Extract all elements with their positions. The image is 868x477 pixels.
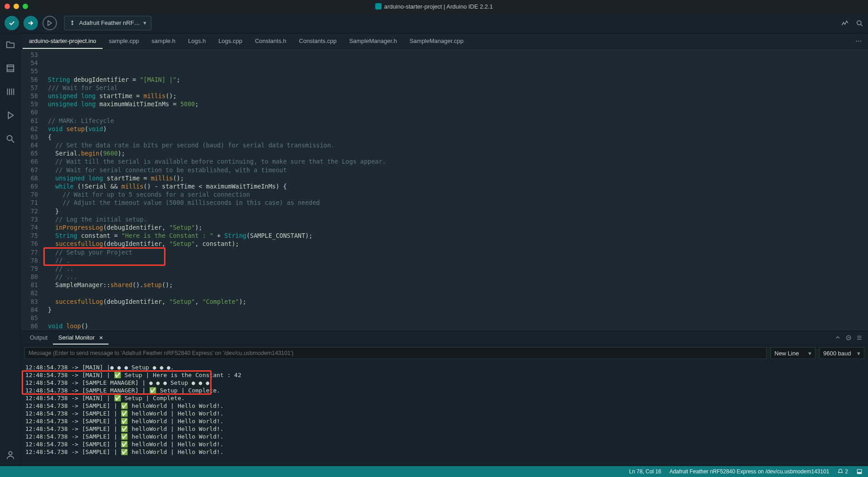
code-line[interactable]: [42, 108, 868, 116]
code-line[interactable]: // Set the data rate in bits per second …: [42, 141, 868, 149]
code-line[interactable]: void setup(void): [42, 125, 868, 133]
code-line[interactable]: [42, 289, 868, 297]
panel-clear-icon[interactable]: [845, 335, 852, 341]
code-line[interactable]: /// Wait for Serial: [42, 84, 868, 92]
line-ending-label: New Line: [774, 350, 799, 357]
log-line: 12:48:54.738 -> [SAMPLE] | ✅ helloWorld …: [25, 433, 863, 440]
workspace: arduino-starter-project.ino sample.cpp s…: [21, 33, 868, 466]
code-line[interactable]: }: [42, 306, 868, 314]
chevron-down-icon: ▾: [857, 350, 860, 357]
code-line[interactable]: unsigned long maximumWaitTimeInMs = 5000…: [42, 100, 868, 108]
library-manager-icon[interactable]: [5, 86, 16, 98]
svg-point-2: [7, 136, 12, 141]
panel-tab-serial-monitor[interactable]: Serial Monitor ✕: [53, 331, 108, 345]
chevron-down-icon: ▾: [143, 19, 146, 26]
verify-button[interactable]: [5, 16, 19, 30]
titlebar: arduino-starter-project | Arduino IDE 2.…: [0, 0, 868, 13]
code-line[interactable]: // Wait till the serial is available bef…: [42, 157, 868, 165]
code-line[interactable]: // Wait for up to 5 seconds for a serial…: [42, 190, 868, 198]
panel-tabs: Output Serial Monitor ✕: [21, 331, 868, 345]
panel-tab-output[interactable]: Output: [24, 331, 53, 345]
code-line[interactable]: Serial.begin(9600);: [42, 149, 868, 157]
panel-tab-serial-label: Serial Monitor: [58, 334, 94, 341]
code-line[interactable]: // Wait for serial connection to be esta…: [42, 166, 868, 174]
status-board: Adafruit Feather nRF52840 Express on /de…: [670, 468, 830, 475]
cursor-position: Ln 78, Col 16: [629, 468, 661, 475]
code-line[interactable]: {: [42, 330, 868, 331]
boards-manager-icon[interactable]: [5, 62, 16, 74]
status-bar: Ln 78, Col 16 Adafruit Feather nRF52840 …: [0, 466, 868, 477]
tab-samplemanager-cpp[interactable]: SampleManager.cpp: [403, 33, 470, 49]
code-line[interactable]: unsigned long startTime = millis();: [42, 174, 868, 182]
line-ending-select[interactable]: New Line ▾: [770, 347, 816, 359]
baud-rate-select[interactable]: 9600 baud ▾: [819, 347, 864, 359]
code-line[interactable]: // ...: [42, 273, 868, 281]
code-line[interactable]: // .: [42, 256, 868, 264]
code-line[interactable]: {: [42, 133, 868, 141]
board-selector[interactable]: Adafruit Feather nRF… ▾: [64, 16, 151, 30]
svg-point-0: [857, 20, 861, 24]
tab-logs-cpp[interactable]: Logs.cpp: [212, 33, 249, 49]
window-title-text: arduino-starter-project | Arduino IDE 2.…: [384, 3, 493, 10]
editor-tabs: arduino-starter-project.ino sample.cpp s…: [21, 33, 868, 49]
log-line: 12:48:54.738 -> [MAIN] | ✅ Setup | Here …: [25, 371, 863, 379]
close-panel-icon[interactable]: [856, 468, 863, 475]
toolbar-right: [841, 19, 863, 27]
tab-constants-cpp[interactable]: Constants.cpp: [292, 33, 343, 49]
code-line[interactable]: // Setup your Project: [42, 248, 868, 256]
log-line: 12:48:54.738 -> [SAMPLE MANAGER] | ✅ Set…: [25, 387, 863, 394]
tab-logs-h[interactable]: Logs.h: [182, 33, 212, 49]
tab-sample-cpp[interactable]: sample.cpp: [103, 33, 145, 49]
code-line[interactable]: succesfullLog(debugIdentifier, "Setup", …: [42, 298, 868, 306]
serial-plotter-icon[interactable]: [841, 19, 849, 27]
code-content[interactable]: String debugIdentifier = "[MAIN] |";/// …: [42, 49, 868, 331]
code-line[interactable]: inProgressLog(debugIdentifier, "Setup");: [42, 223, 868, 231]
code-line[interactable]: unsigned long startTime = millis();: [42, 92, 868, 100]
tab-sample-h[interactable]: sample.h: [145, 33, 182, 49]
serial-monitor-icon[interactable]: [855, 19, 863, 27]
chevron-down-icon: ▾: [808, 350, 811, 357]
tabs-overflow-icon[interactable]: ⋯: [849, 38, 868, 44]
log-line: 12:48:54.738 -> [SAMPLE] | ✅ helloWorld …: [25, 448, 863, 456]
code-line[interactable]: succesfullLog(debugIdentifier, "Setup", …: [42, 240, 868, 248]
code-line[interactable]: String constant = "Here is the Constant …: [42, 231, 868, 240]
code-line[interactable]: void loop(): [42, 322, 868, 330]
tab-arduino-starter-project[interactable]: arduino-starter-project.ino: [23, 33, 103, 49]
log-line: 12:48:54.738 -> [SAMPLE] | ✅ helloWorld …: [25, 402, 863, 410]
serial-message-input[interactable]: [24, 347, 767, 359]
toolbar: Adafruit Feather nRF… ▾: [0, 13, 868, 33]
explorer-icon[interactable]: [5, 39, 16, 51]
panel-collapse-icon[interactable]: [835, 335, 841, 341]
code-line[interactable]: String debugIdentifier = "[MAIN] |";: [42, 76, 868, 84]
code-editor[interactable]: 5354555657585960616263646566676869707172…: [21, 49, 868, 331]
code-line[interactable]: }: [42, 207, 868, 215]
notifications-count: 2: [845, 468, 848, 475]
code-line[interactable]: while (!Serial && millis() - startTime <…: [42, 182, 868, 190]
account-icon[interactable]: [5, 449, 16, 461]
tab-samplemanager-h[interactable]: SampleManager.h: [343, 33, 403, 49]
code-line[interactable]: // Log the initial setup.: [42, 215, 868, 223]
code-line[interactable]: // MARK: Lifecycle: [42, 117, 868, 125]
code-line[interactable]: SampleManager::shared().setup();: [42, 281, 868, 289]
serial-log[interactable]: 12:48:54.738 -> [MAIN] |● ● ● Setup ● ● …: [21, 362, 868, 466]
tab-constants-h[interactable]: Constants.h: [249, 33, 292, 49]
notifications-icon[interactable]: 2: [837, 468, 848, 475]
log-line: 12:48:54.738 -> [SAMPLE] | ✅ helloWorld …: [25, 410, 863, 417]
serial-monitor-bar: New Line ▾ 9600 baud ▾: [21, 345, 868, 362]
code-line[interactable]: [42, 314, 868, 322]
code-line[interactable]: // ..: [42, 264, 868, 273]
activity-bar: [0, 33, 21, 466]
debug-panel-icon[interactable]: [5, 109, 16, 121]
close-icon[interactable]: ✕: [99, 335, 103, 340]
debug-button[interactable]: [42, 16, 57, 30]
search-icon[interactable]: [5, 133, 16, 145]
svg-rect-6: [857, 472, 861, 474]
svg-rect-1: [7, 65, 14, 72]
window-title: arduino-starter-project | Arduino IDE 2.…: [0, 3, 868, 10]
log-line: 12:48:54.738 -> [SAMPLE] | ✅ helloWorld …: [25, 425, 863, 433]
log-line: 12:48:54.738 -> [SAMPLE] | ✅ helloWorld …: [25, 417, 863, 425]
code-line[interactable]: // Adjust the timeout value (5000 millis…: [42, 198, 868, 207]
baud-rate-label: 9600 baud: [823, 350, 851, 357]
upload-button[interactable]: [24, 16, 38, 30]
panel-settings-icon[interactable]: [856, 335, 863, 341]
